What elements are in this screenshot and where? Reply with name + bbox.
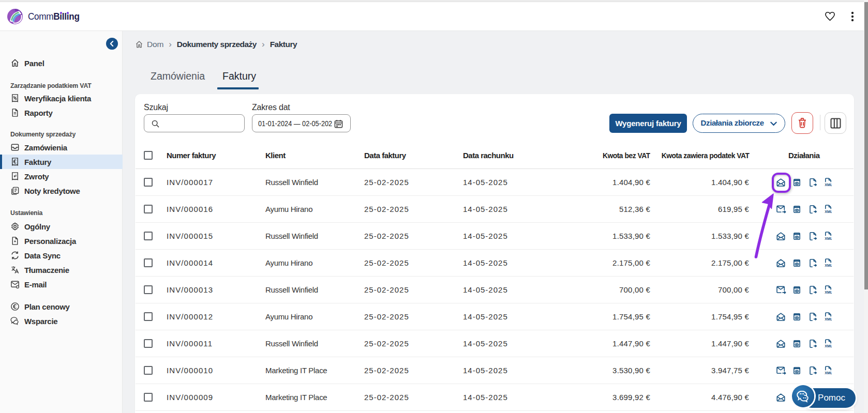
- svg-text:XML: XML: [825, 371, 832, 375]
- svg-text:XML: XML: [825, 344, 832, 348]
- svg-text:XML: XML: [825, 209, 832, 213]
- svg-text:XML: XML: [825, 290, 832, 294]
- svg-text:XML: XML: [825, 263, 832, 267]
- svg-text:XML: XML: [825, 182, 832, 187]
- svg-text:XML: XML: [825, 317, 832, 321]
- svg-text:XML: XML: [825, 236, 832, 240]
